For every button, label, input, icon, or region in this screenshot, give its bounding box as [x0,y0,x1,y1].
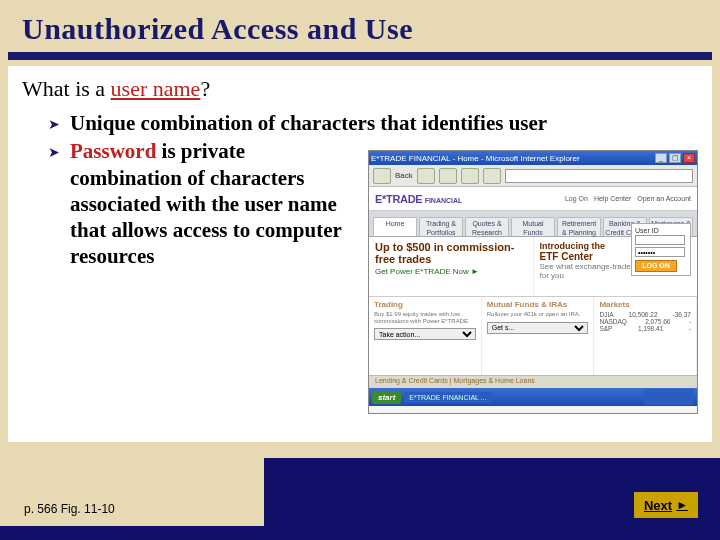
col-heading-markets: Markets [599,300,691,309]
col-text: Rollover your 401k or open an IRA. [487,311,589,318]
site-logo-sub: FINANCIAL [425,197,463,204]
forward-icon [417,168,435,184]
password-field [635,247,685,257]
col-select-trading: Take action... [374,328,476,340]
footer-bar-left [0,526,264,540]
question-prefix: What is a [22,76,111,101]
question-text: What is a user name? [22,76,698,102]
bullet-text: Password is private combination of chara… [70,138,350,269]
link-logon: Log On [565,195,588,202]
login-title: User ID [635,227,687,234]
windows-taskbar: start E*TRADE FINANCIAL ... [369,388,697,406]
col-select-funds: Get s... [487,322,589,334]
promo-left-headline: Up to $500 in commission-free trades [375,241,527,265]
home-icon [483,168,501,184]
arrow-right-icon: ► [676,498,688,512]
tab-trading: Trading & Portfolios [419,217,463,236]
address-bar [505,169,693,183]
title-underline-thin [8,58,712,60]
slide-body: What is a user name? ➤ Unique combinatio… [8,66,712,442]
login-panel: User ID LOG ON [631,223,691,276]
figure-reference: p. 566 Fig. 11-10 [24,502,115,516]
system-tray [644,389,694,405]
next-button[interactable]: Next ► [634,492,698,518]
minimize-icon: _ [655,153,667,163]
back-icon [373,168,391,184]
stop-icon [439,168,457,184]
tab-quotes: Quotes & Research [465,217,509,236]
bullet-text: Unique combination of characters that id… [70,110,547,136]
promo-left-cta: Get Power E*TRADE Now ► [375,267,527,276]
col-heading-trading: Trading [374,300,476,309]
tab-funds: Mutual Funds [511,217,555,236]
title-underline [8,52,712,56]
bullet-highlight: Password [70,139,156,163]
slide-title: Unauthorized Access and Use [0,0,720,52]
embedded-screenshot: E*TRADE FINANCIAL - Home - Microsoft Int… [368,150,698,414]
chevron-right-icon: ➤ [48,116,60,134]
back-label: Back [395,171,413,180]
lower-columns: Trading Buy $1.99 equity trades with low… [369,297,697,375]
question-suffix: ? [200,76,210,101]
lower-strip: Lending & Credit Cards | Mortgages & Hom… [369,375,697,388]
close-icon: × [683,153,695,163]
question-highlight: user name [111,76,201,101]
chevron-right-icon: ➤ [48,144,60,162]
col-text: Buy $1.99 equity trades with low commiss… [374,311,476,324]
tab-retirement: Retirement & Planning [557,217,601,236]
market-row: S&P1,198.41- [599,325,691,332]
start-button: start [372,391,401,404]
link-help: Help Center [594,195,631,202]
header-links: Log On Help Center Open an Account [565,195,691,202]
browser-toolbar: Back [369,165,697,187]
next-label: Next [644,498,672,513]
site-header: E*TRADE FINANCIAL Log On Help Center Ope… [369,187,697,211]
market-row: DJIA10,506.22-36.37 [599,311,691,318]
col-heading-funds: Mutual Funds & IRAs [487,300,589,309]
tab-home: Home [373,217,417,236]
username-field [635,235,685,245]
refresh-icon [461,168,479,184]
maximize-icon: ▢ [669,153,681,163]
market-row: NASDAQ2,075.66- [599,318,691,325]
taskbar-item: E*TRADE FINANCIAL ... [404,392,491,403]
link-open-account: Open an Account [637,195,691,202]
logon-button: LOG ON [635,260,677,272]
list-item: ➤ Unique combination of characters that … [48,110,698,136]
window-title: E*TRADE FINANCIAL - Home - Microsoft Int… [371,154,580,163]
window-titlebar: E*TRADE FINANCIAL - Home - Microsoft Int… [369,151,697,165]
site-logo: E*TRADE [375,193,422,205]
